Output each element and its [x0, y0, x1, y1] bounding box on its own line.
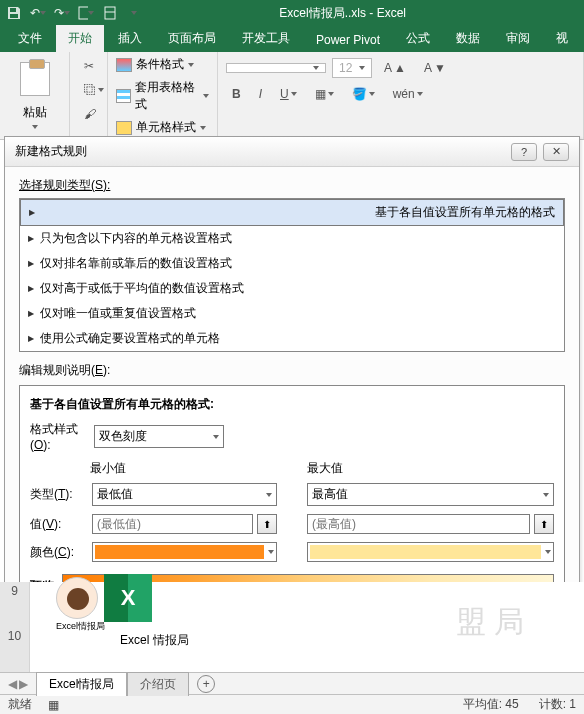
nav-next-icon: ▶ — [19, 677, 28, 691]
clipboard-tools: ✂ ⿻ 🖌 — [70, 52, 108, 139]
dialog-title: 新建格式规则 — [15, 143, 87, 160]
tab-insert[interactable]: 插入 — [106, 25, 154, 52]
max-ref-button[interactable]: ⬆ — [534, 514, 554, 534]
row-header[interactable]: 9 — [0, 582, 30, 627]
max-value-input[interactable] — [307, 514, 530, 534]
fill-color-button[interactable]: 🪣 — [346, 84, 381, 104]
nav-prev-icon: ◀ — [8, 677, 17, 691]
rule-type-item[interactable]: 仅对高于或低于平均值的数值设置格式 — [20, 276, 564, 301]
copy-icon[interactable]: ⿻ — [78, 80, 99, 100]
decrease-font-icon[interactable]: A▼ — [418, 58, 452, 78]
type-label: 类型(T): — [30, 486, 88, 503]
max-header: 最大值 — [307, 460, 554, 477]
table-format-label: 套用表格格式 — [135, 79, 199, 113]
font-group: 12 A▲ A▼ B I U ▦ 🪣 wén — [218, 52, 584, 139]
phonetic-button[interactable]: wén — [387, 84, 429, 104]
min-value-input[interactable] — [92, 514, 253, 534]
paste-label: 粘贴 — [23, 104, 47, 121]
brand-small: Excel情报局 — [56, 620, 105, 633]
undo-icon[interactable]: ↶ — [30, 5, 46, 21]
cut-icon[interactable]: ✂ — [78, 56, 99, 76]
macro-icon[interactable]: ▦ — [48, 698, 59, 712]
sheet-tab[interactable]: Excel情报局 — [36, 672, 127, 696]
add-sheet-button[interactable]: + — [197, 675, 215, 693]
paste-dropdown-icon[interactable] — [32, 125, 38, 129]
help-button[interactable]: ? — [511, 143, 537, 161]
quick-access-toolbar: ↶ ↷ Excel情报局..xls - Excel — [0, 0, 584, 26]
value-label: 值(V): — [30, 516, 88, 533]
format-style-label: 格式样式(O): — [30, 421, 88, 452]
tab-powerpivot[interactable]: Power Pivot — [304, 28, 392, 52]
svg-rect-2 — [79, 7, 88, 19]
sheet-nav[interactable]: ◀▶ — [0, 677, 36, 691]
tab-developer[interactable]: 开发工具 — [230, 25, 302, 52]
paste-button[interactable] — [20, 62, 50, 96]
italic-button[interactable]: I — [253, 84, 268, 104]
min-ref-button[interactable]: ⬆ — [257, 514, 277, 534]
svg-rect-1 — [10, 14, 18, 18]
format-style-select[interactable]: 双色刻度 — [94, 425, 224, 448]
conditional-format-button[interactable]: 条件格式 — [116, 56, 209, 73]
excel-icon: X — [104, 574, 152, 622]
avatar-icon — [56, 577, 98, 619]
dialog-titlebar: 新建格式规则 ? ✕ — [5, 137, 579, 167]
tab-data[interactable]: 数据 — [444, 25, 492, 52]
paste-group: 粘贴 — [0, 52, 70, 139]
border-button[interactable]: ▦ — [309, 84, 340, 104]
status-average: 平均值: 45 — [463, 696, 519, 713]
tab-layout[interactable]: 页面布局 — [156, 25, 228, 52]
rule-type-list[interactable]: 基于各自值设置所有单元格的格式 只为包含以下内容的单元格设置格式 仅对排名靠前或… — [19, 198, 565, 352]
rule-type-item[interactable]: 仅对唯一值或重复值设置格式 — [20, 301, 564, 326]
tab-view[interactable]: 视 — [544, 25, 580, 52]
cell-style-button[interactable]: 单元格样式 — [116, 119, 209, 136]
edit-rule-label: 编辑规则说明(E): — [19, 362, 565, 379]
tab-formula[interactable]: 公式 — [394, 25, 442, 52]
redo-icon[interactable]: ↷ — [54, 5, 70, 21]
table-format-button[interactable]: 套用表格格式 — [116, 79, 209, 113]
min-type-select[interactable]: 最低值 — [92, 483, 277, 506]
max-type-select[interactable]: 最高值 — [307, 483, 554, 506]
increase-font-icon[interactable]: A▲ — [378, 58, 412, 78]
status-bar: 就绪 ▦ 平均值: 45 计数: 1 — [0, 694, 584, 714]
cell-style-label: 单元格样式 — [136, 119, 196, 136]
rule-type-item[interactable]: 仅对排名靠前或靠后的数值设置格式 — [20, 251, 564, 276]
status-count: 计数: 1 — [539, 696, 576, 713]
watermark: 盟 局 — [456, 602, 524, 643]
window-title: Excel情报局..xls - Excel — [279, 5, 406, 22]
styles-group: 条件格式 套用表格格式 单元格样式 — [108, 52, 218, 139]
qat-more-icon[interactable] — [126, 5, 142, 21]
rule-subheader: 基于各自值设置所有单元格的格式: — [30, 396, 554, 413]
min-color-select[interactable] — [92, 542, 277, 562]
font-family-select[interactable] — [226, 63, 326, 73]
select-rule-label: 选择规则类型(S): — [19, 177, 565, 194]
svg-rect-0 — [10, 8, 16, 12]
tab-review[interactable]: 审阅 — [494, 25, 542, 52]
format-painter-icon[interactable]: 🖌 — [78, 104, 99, 124]
tab-file[interactable]: 文件 — [6, 25, 54, 52]
open-icon[interactable] — [102, 5, 118, 21]
close-button[interactable]: ✕ — [543, 143, 569, 161]
conditional-format-label: 条件格式 — [136, 56, 184, 73]
bold-button[interactable]: B — [226, 84, 247, 104]
sheet-tab[interactable]: 介绍页 — [127, 672, 189, 696]
font-size-select[interactable]: 12 — [332, 58, 372, 78]
row-header[interactable]: 10 — [0, 627, 30, 672]
ribbon: 粘贴 ✂ ⿻ 🖌 条件格式 套用表格格式 单元格样式 12 A▲ A▼ B I … — [0, 52, 584, 140]
rule-type-item[interactable]: 使用公式确定要设置格式的单元格 — [20, 326, 564, 351]
rule-type-item[interactable]: 基于各自值设置所有单元格的格式 — [20, 199, 564, 226]
logo-cell: X — [56, 574, 152, 622]
min-header: 最小值 — [30, 460, 277, 477]
svg-rect-3 — [105, 7, 115, 19]
rule-type-item[interactable]: 只为包含以下内容的单元格设置格式 — [20, 226, 564, 251]
dialog-body: 选择规则类型(S): 基于各自值设置所有单元格的格式 只为包含以下内容的单元格设… — [5, 167, 579, 619]
tab-home[interactable]: 开始 — [56, 25, 104, 52]
underline-button[interactable]: U — [274, 84, 303, 104]
sheet-tab-area: ◀▶ Excel情报局 介绍页 + 就绪 ▦ 平均值: 45 计数: 1 — [0, 672, 584, 714]
color-label: 颜色(C): — [30, 544, 88, 561]
save-icon[interactable] — [6, 5, 22, 21]
new-icon[interactable] — [78, 5, 94, 21]
worksheet-grid[interactable]: 9 10 X Excel情报局 Excel 情报局 盟 局 — [0, 582, 584, 672]
status-ready: 就绪 — [8, 696, 32, 713]
max-color-select[interactable] — [307, 542, 554, 562]
ribbon-tabs: 文件 开始 插入 页面布局 开发工具 Power Pivot 公式 数据 审阅 … — [0, 26, 584, 52]
